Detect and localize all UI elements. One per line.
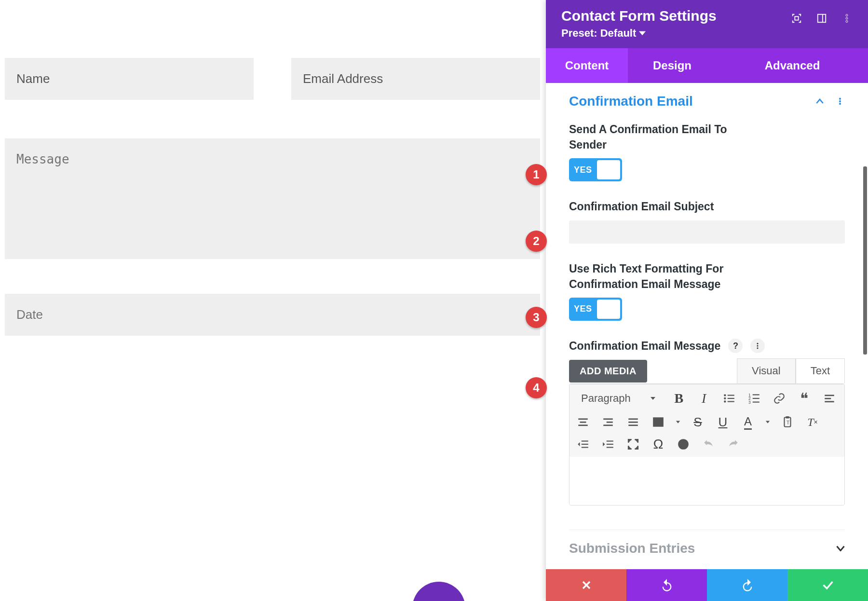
svg-rect-0 bbox=[795, 16, 798, 20]
svg-point-16 bbox=[724, 400, 726, 402]
svg-rect-28 bbox=[580, 422, 586, 423]
emoji-icon[interactable] bbox=[676, 437, 691, 452]
svg-point-14 bbox=[724, 397, 726, 399]
field-confirmation-message: Confirmation Email Message ? ADD MEDIA V… bbox=[569, 338, 845, 505]
svg-rect-13 bbox=[728, 395, 734, 396]
section-label: Submission Entries bbox=[569, 541, 695, 556]
paragraph-format-select[interactable]: Paragraph bbox=[575, 389, 662, 408]
svg-point-5 bbox=[846, 20, 848, 22]
svg-point-12 bbox=[724, 394, 726, 396]
bullet-list-icon[interactable] bbox=[721, 391, 737, 406]
svg-point-4 bbox=[846, 17, 848, 19]
scrollbar-thumb[interactable] bbox=[863, 166, 867, 355]
undo-icon bbox=[660, 578, 674, 592]
redo-button[interactable] bbox=[707, 569, 787, 601]
tab-advanced[interactable]: Advanced bbox=[717, 48, 868, 83]
section-title[interactable]: Confirmation Email bbox=[569, 94, 693, 109]
collapse-icon[interactable] bbox=[815, 96, 825, 106]
align-right-icon[interactable] bbox=[600, 414, 616, 430]
align-left-icon[interactable] bbox=[822, 391, 837, 406]
fullscreen-icon[interactable] bbox=[625, 437, 641, 452]
undo-icon[interactable] bbox=[701, 437, 716, 452]
italic-icon[interactable]: I bbox=[696, 391, 712, 406]
undo-button[interactable] bbox=[626, 569, 707, 601]
strikethrough-icon[interactable]: S bbox=[690, 414, 705, 430]
svg-rect-27 bbox=[578, 419, 588, 420]
bold-icon[interactable]: B bbox=[671, 391, 687, 406]
message-field[interactable] bbox=[5, 138, 540, 259]
ordered-list-icon[interactable]: 123 bbox=[746, 391, 762, 406]
tab-content[interactable]: Content bbox=[546, 48, 628, 83]
more-icon[interactable] bbox=[841, 13, 853, 24]
expand-icon[interactable] bbox=[791, 13, 802, 24]
table-icon[interactable] bbox=[651, 414, 666, 430]
svg-rect-33 bbox=[628, 419, 638, 420]
toggle-knob bbox=[597, 300, 620, 319]
svg-rect-24 bbox=[825, 395, 834, 396]
svg-point-6 bbox=[839, 98, 841, 99]
cancel-button[interactable] bbox=[546, 569, 626, 601]
chevron-down-icon bbox=[836, 546, 845, 551]
field-label: Confirmation Email Message bbox=[569, 338, 720, 354]
editor-content[interactable] bbox=[570, 457, 844, 505]
clear-formatting-icon[interactable]: T× bbox=[805, 414, 820, 430]
underline-icon[interactable]: U bbox=[715, 414, 731, 430]
outdent-icon[interactable] bbox=[575, 437, 591, 452]
name-field[interactable] bbox=[5, 58, 254, 100]
quote-icon[interactable]: ❝ bbox=[797, 391, 812, 406]
svg-rect-26 bbox=[825, 401, 834, 403]
svg-point-3 bbox=[846, 14, 848, 16]
email-field[interactable] bbox=[291, 58, 540, 100]
link-icon[interactable] bbox=[772, 391, 787, 406]
redo-icon[interactable] bbox=[726, 437, 741, 452]
tab-design[interactable]: Design bbox=[628, 48, 717, 83]
field-send-confirmation: Send A Confirmation Email To Sender YES bbox=[569, 122, 845, 181]
chevron-down-icon bbox=[765, 420, 770, 424]
svg-rect-42 bbox=[786, 416, 789, 418]
panel-tabs: Content Design Advanced bbox=[546, 48, 868, 83]
panel-header: Contact Form Settings Preset: Default bbox=[546, 0, 868, 48]
field-rich-text-toggle: Use Rich Text Formatting For Confirmatio… bbox=[569, 261, 845, 321]
section-submission-entries[interactable]: Submission Entries bbox=[569, 530, 845, 567]
redo-icon bbox=[741, 578, 754, 592]
align-center-icon[interactable] bbox=[575, 414, 591, 430]
svg-point-8 bbox=[839, 103, 841, 105]
align-justify-icon[interactable] bbox=[625, 414, 641, 430]
toggle-knob bbox=[597, 160, 620, 179]
svg-rect-35 bbox=[628, 425, 638, 426]
date-field[interactable] bbox=[5, 294, 540, 336]
panel-footer bbox=[546, 569, 868, 601]
chevron-down-icon bbox=[676, 420, 680, 424]
svg-rect-29 bbox=[578, 425, 588, 426]
svg-text:T: T bbox=[787, 420, 790, 426]
indent-icon[interactable] bbox=[600, 437, 616, 452]
editor-tabs: Visual Text bbox=[737, 358, 845, 383]
text-color-icon[interactable]: A bbox=[740, 414, 756, 430]
add-media-button[interactable]: ADD MEDIA bbox=[569, 360, 647, 382]
preset-label: Preset: Default bbox=[561, 27, 636, 40]
toggle-rich-text[interactable]: YES bbox=[569, 298, 622, 321]
svg-rect-48 bbox=[607, 444, 613, 445]
panel-body[interactable]: Confirmation Email Send A Confirmation E… bbox=[546, 83, 868, 569]
svg-rect-25 bbox=[825, 398, 831, 399]
svg-point-52 bbox=[684, 443, 685, 444]
help-icon[interactable]: ? bbox=[728, 339, 743, 353]
special-char-icon[interactable]: Ω bbox=[651, 437, 666, 452]
svg-rect-15 bbox=[728, 398, 734, 399]
field-more-icon[interactable] bbox=[750, 339, 765, 353]
section-more-icon[interactable] bbox=[835, 96, 845, 106]
confirmation-subject-input[interactable] bbox=[569, 220, 845, 244]
svg-rect-31 bbox=[607, 422, 613, 423]
floating-action-button[interactable] bbox=[412, 582, 465, 601]
toggle-send-confirmation[interactable]: YES bbox=[569, 158, 622, 181]
panel-layout-icon[interactable] bbox=[816, 13, 827, 24]
callout-3: 3 bbox=[526, 307, 547, 328]
save-button[interactable] bbox=[787, 569, 868, 601]
preset-dropdown[interactable]: Preset: Default bbox=[561, 27, 717, 40]
chevron-down-icon bbox=[639, 30, 646, 37]
field-label: Confirmation Email Subject bbox=[569, 199, 733, 214]
paste-text-icon[interactable]: T bbox=[780, 414, 795, 430]
editor-tab-visual[interactable]: Visual bbox=[737, 358, 796, 383]
close-icon bbox=[580, 578, 593, 592]
editor-tab-text[interactable]: Text bbox=[796, 358, 845, 383]
